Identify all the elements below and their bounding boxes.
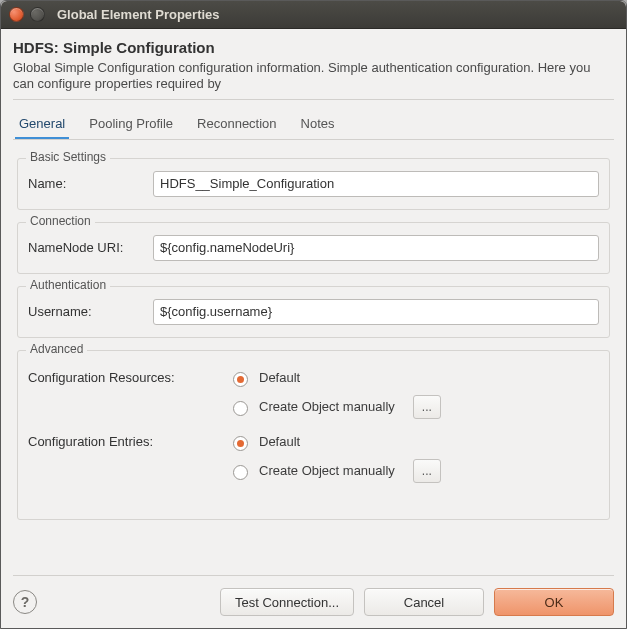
radio-resources-manual[interactable] <box>233 401 248 416</box>
close-icon[interactable] <box>9 7 24 22</box>
window-title: Global Element Properties <box>57 7 220 22</box>
page-description: Global Simple Configuration configuratio… <box>13 60 614 100</box>
help-button[interactable]: ? <box>13 590 37 614</box>
tab-pooling-profile[interactable]: Pooling Profile <box>85 110 177 139</box>
ok-button[interactable]: OK <box>494 588 614 616</box>
browse-entries-button[interactable]: ... <box>413 459 441 483</box>
radio-label-manual: Create Object manually <box>259 399 395 414</box>
button-bar: ? Test Connection... Cancel OK <box>13 575 614 616</box>
row-name: Name: <box>28 171 599 197</box>
group-authentication: Authentication Username: <box>17 286 610 338</box>
radio-entries-manual[interactable] <box>233 465 248 480</box>
row-username: Username: <box>28 299 599 325</box>
radio-option-resources-manual[interactable]: Create Object manually <box>228 398 395 416</box>
label-config-entries: Configuration Entries: <box>28 434 218 449</box>
dialog-window: Global Element Properties HDFS: Simple C… <box>0 0 627 629</box>
legend-basic: Basic Settings <box>26 150 110 164</box>
dialog-content: HDFS: Simple Configuration Global Simple… <box>1 29 626 628</box>
tab-general[interactable]: General <box>15 110 69 139</box>
row-namenode-uri: NameNode URI: <box>28 235 599 261</box>
row-config-resources: Configuration Resources: Default <box>28 369 599 387</box>
tab-reconnection[interactable]: Reconnection <box>193 110 281 139</box>
radio-resources-default[interactable] <box>233 372 248 387</box>
browse-resources-button[interactable]: ... <box>413 395 441 419</box>
page-title: HDFS: Simple Configuration <box>13 39 614 56</box>
legend-connection: Connection <box>26 214 95 228</box>
cancel-button[interactable]: Cancel <box>364 588 484 616</box>
group-basic-settings: Basic Settings Name: <box>17 158 610 210</box>
group-advanced: Advanced Configuration Resources: Defaul… <box>17 350 610 520</box>
row-config-entries-manual: Create Object manually ... <box>28 459 599 483</box>
window-controls <box>9 7 45 22</box>
radio-label-default-2: Default <box>259 434 300 449</box>
row-config-entries: Configuration Entries: Default <box>28 433 599 451</box>
titlebar[interactable]: Global Element Properties <box>1 1 626 29</box>
label-username: Username: <box>28 304 143 319</box>
legend-auth: Authentication <box>26 278 110 292</box>
label-config-resources: Configuration Resources: <box>28 370 218 385</box>
label-name: Name: <box>28 176 143 191</box>
tab-notes[interactable]: Notes <box>297 110 339 139</box>
radio-option-resources-default[interactable]: Default <box>228 369 300 387</box>
tabbar: General Pooling Profile Reconnection Not… <box>13 108 614 140</box>
label-namenode-uri: NameNode URI: <box>28 240 143 255</box>
group-connection: Connection NameNode URI: <box>17 222 610 274</box>
radio-option-entries-default[interactable]: Default <box>228 433 300 451</box>
radio-option-entries-manual[interactable]: Create Object manually <box>228 462 395 480</box>
radio-entries-default[interactable] <box>233 436 248 451</box>
row-config-resources-manual: Create Object manually ... <box>28 395 599 419</box>
radio-label-default: Default <box>259 370 300 385</box>
radio-label-manual-2: Create Object manually <box>259 463 395 478</box>
legend-advanced: Advanced <box>26 342 87 356</box>
input-username[interactable] <box>153 299 599 325</box>
tab-panel-general: Basic Settings Name: Connection NameNode… <box>13 140 614 576</box>
input-name[interactable] <box>153 171 599 197</box>
test-connection-button[interactable]: Test Connection... <box>220 588 354 616</box>
input-namenode-uri[interactable] <box>153 235 599 261</box>
minimize-icon[interactable] <box>30 7 45 22</box>
